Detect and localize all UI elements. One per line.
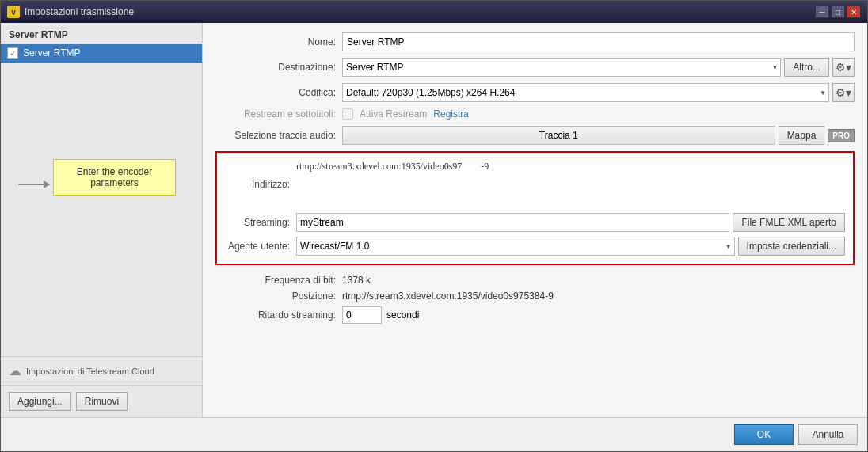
sidebar-bottom: ☁ Impostazioni di Telestream Cloud	[1, 356, 202, 385]
encoder-box: Indirizzo: rtmp://stream3.xdevel.com:193…	[215, 151, 855, 265]
app-icon: v	[7, 6, 20, 18]
codifica-gear-button[interactable]: ⚙▾	[832, 83, 855, 102]
add-button[interactable]: Aggiungi...	[9, 392, 71, 411]
codifica-row: Codifica: Default: 720p30 (1.25Mbps) x26…	[215, 83, 855, 102]
sidebar-header: Server RTMP	[1, 23, 202, 44]
sidebar-buttons: Aggiungi... Rimuovi	[1, 385, 202, 417]
destinazione-row: Destinazione: Server RTMP Altro... ⚙▾	[215, 58, 855, 77]
streaming-row: Streaming: File FMLE XML aperto	[225, 213, 845, 232]
frequenza-label: Frequenza di bit:	[215, 275, 342, 286]
posizione-row: Posizione: rtmp://stream3.xdevel.com:193…	[215, 291, 855, 302]
close-button[interactable]: ✕	[847, 6, 861, 18]
attiva-restream-label: Attiva Restream	[360, 108, 427, 120]
codifica-label: Codifica:	[215, 87, 342, 98]
minimize-button[interactable]: ─	[815, 6, 829, 18]
frequenza-row: Frequenza di bit: 1378 k	[215, 275, 855, 286]
traccia-1-button[interactable]: Traccia 1	[342, 126, 775, 145]
annotation-box: Enter the encoder parameters	[53, 159, 176, 196]
encoder-section: Enter the encoder parameters Indirizzo: …	[215, 151, 855, 272]
indirizzo-textarea[interactable]: rtmp://stream3.xdevel.com:1935/video0s97…	[296, 161, 845, 208]
cloud-label: Impostazioni di Telestream Cloud	[26, 367, 154, 376]
ritardo-row: Ritardo streaming: secondi	[215, 306, 855, 324]
main-content: Server RTMP ✓ Server RTMP ☁ Impostazioni…	[1, 23, 867, 417]
destinazione-gear-button[interactable]: ⚙▾	[832, 58, 855, 77]
title-bar-left: v Impostazioni trasmissione	[7, 6, 134, 18]
main-window: v Impostazioni trasmissione ─ □ ✕ Server…	[0, 0, 868, 452]
codifica-select[interactable]: Default: 720p30 (1.25Mbps) x264 H.264	[342, 83, 829, 102]
codifica-controls: Default: 720p30 (1.25Mbps) x264 H.264 ⚙▾	[342, 83, 855, 102]
sidebar-item-server-rtmp[interactable]: ✓ Server RTMP	[1, 44, 202, 63]
destinazione-select-wrapper: Server RTMP	[342, 58, 781, 77]
posizione-value: rtmp://stream3.xdevel.com:1935/video0s97…	[342, 291, 554, 302]
nome-label: Nome:	[215, 36, 342, 47]
ritardo-input[interactable]	[342, 306, 382, 324]
pro-badge: PRO	[828, 129, 855, 142]
ok-button[interactable]: OK	[734, 424, 794, 445]
right-panel: Nome: Destinazione: Server RTMP Altro...…	[203, 23, 867, 417]
streaming-label: Streaming:	[225, 217, 296, 228]
nome-row: Nome:	[215, 32, 855, 51]
info-rows: Frequenza di bit: 1378 k Posizione: rtmp…	[215, 275, 855, 329]
secondi-label: secondi	[386, 310, 419, 321]
annotation-arrow	[18, 184, 50, 185]
traccia-audio-row: Selezione traccia audio: Traccia 1 Mappa…	[215, 126, 855, 145]
registra-link[interactable]: Registra	[433, 108, 469, 120]
indirizzo-label: Indirizzo:	[225, 179, 296, 190]
agente-label: Agente utente:	[225, 241, 296, 252]
indirizzo-row: Indirizzo: rtmp://stream3.xdevel.com:193…	[225, 161, 845, 208]
sidebar-spacer	[1, 63, 202, 356]
title-bar: v Impostazioni trasmissione ─ □ ✕	[1, 1, 867, 23]
restream-controls: Attiva Restream Registra	[342, 108, 469, 120]
frequenza-value: 1378 k	[342, 275, 371, 286]
agente-select-wrapper: Wirecast/FM 1.0	[296, 237, 735, 256]
fmle-button[interactable]: File FMLE XML aperto	[733, 213, 845, 232]
streaming-input[interactable]	[296, 213, 729, 232]
ritardo-label: Ritardo streaming:	[215, 310, 342, 321]
credenziali-button[interactable]: Imposta credenziali...	[738, 237, 845, 256]
sidebar: Server RTMP ✓ Server RTMP ☁ Impostazioni…	[1, 23, 203, 417]
attiva-restream-checkbox[interactable]	[342, 108, 353, 120]
destinazione-select[interactable]: Server RTMP	[342, 58, 781, 77]
destinazione-label: Destinazione:	[215, 62, 342, 73]
remove-button[interactable]: Rimuovi	[76, 392, 128, 411]
bottom-bar: OK Annulla	[1, 417, 867, 451]
destinazione-controls: Server RTMP Altro... ⚙▾	[342, 58, 855, 77]
mappa-button[interactable]: Mappa	[779, 126, 825, 145]
title-bar-buttons: ─ □ ✕	[815, 6, 861, 18]
nome-input[interactable]	[342, 32, 855, 51]
traccia-audio-controls: Traccia 1 Mappa PRO	[342, 126, 855, 145]
traccia-audio-label: Selezione traccia audio:	[215, 130, 342, 141]
sidebar-item-label: Server RTMP	[23, 47, 80, 59]
agente-row: Agente utente: Wirecast/FM 1.0 Imposta c…	[225, 237, 845, 256]
restream-label: Restream e sottotitoli:	[215, 108, 342, 120]
posizione-label: Posizione:	[215, 291, 342, 302]
cancel-button[interactable]: Annulla	[798, 424, 858, 445]
restream-row: Restream e sottotitoli: Attiva Restream …	[215, 108, 855, 120]
maximize-button[interactable]: □	[831, 6, 845, 18]
agente-select[interactable]: Wirecast/FM 1.0	[296, 237, 735, 256]
check-icon: ✓	[7, 47, 18, 59]
cloud-icon: ☁	[9, 363, 21, 378]
window-title: Impostazioni trasmissione	[25, 6, 134, 17]
codifica-select-wrapper: Default: 720p30 (1.25Mbps) x264 H.264	[342, 83, 829, 102]
annotation-text: Enter the encoder parameters	[77, 166, 152, 188]
altro-button[interactable]: Altro...	[784, 58, 829, 77]
